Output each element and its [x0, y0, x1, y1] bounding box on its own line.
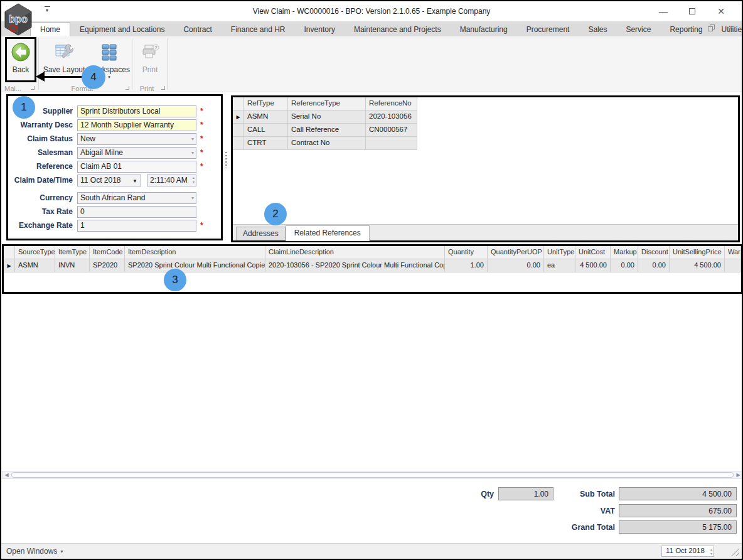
claim-time-spinner[interactable]: 2:11:40 AM▴▾ — [147, 175, 196, 186]
vat-value: 675.00 — [619, 504, 737, 517]
vat-label: VAT — [541, 507, 615, 515]
required-marker: * — [200, 162, 206, 171]
tab-maintenance-and-projects[interactable]: Maintenance and Projects — [345, 23, 451, 36]
maximize-button[interactable] — [678, 4, 707, 19]
reference-row[interactable]: CALL Call Reference CN0000567 — [233, 124, 738, 137]
tab-procurement[interactable]: Procurement — [517, 23, 579, 36]
tab-related-references[interactable]: Related References — [286, 225, 370, 241]
claim-lines-grid: SourceType ItemType ItemCode ItemDescrip… — [2, 244, 743, 294]
ribbon-restore-icon[interactable] — [708, 24, 715, 31]
window-title: View Claim - WC0000016 - BPO: Version 2.… — [127, 7, 616, 16]
column-header[interactable]: QuantityPerUOP — [488, 246, 544, 259]
required-marker: * — [200, 134, 206, 143]
claim-status-label: Claim Status — [8, 134, 77, 143]
column-header[interactable]: UnitType — [544, 246, 575, 259]
annotation-arrow-head — [36, 72, 45, 82]
column-header[interactable]: UnitCost — [575, 246, 611, 259]
reference-row[interactable]: CTRT Contract No — [233, 137, 738, 150]
tab-home[interactable]: Home — [30, 22, 70, 36]
app-window: View Claim - WC0000016 - BPO: Version 2.… — [0, 0, 743, 560]
exchange-rate-label: Exchange Rate — [8, 221, 77, 230]
column-header[interactable]: Markup — [611, 246, 638, 259]
print-icon: ? — [134, 38, 166, 63]
horizontal-scrollbar[interactable]: ◀ ▶ — [2, 471, 743, 479]
ribbon-toolbar: Back Save Layout — [1, 36, 742, 92]
warranty-desc-field[interactable]: 12 Month Supplier Warranty — [77, 119, 196, 131]
claim-status-dropdown[interactable]: New▾ — [77, 133, 196, 145]
currency-dropdown[interactable]: South African Rand▾ — [77, 192, 196, 204]
column-header[interactable]: Discount — [638, 246, 670, 259]
salesman-dropdown[interactable]: Abigail Milne▾ — [77, 147, 196, 159]
status-bar: Open Windows▾ 11 Oct 2018 ▴▾ — [1, 543, 742, 559]
close-button[interactable]: ✕ — [707, 4, 735, 19]
tab-sales[interactable]: Sales — [579, 23, 616, 36]
annotation-arrow — [44, 76, 83, 78]
references-tab-strip: Addresses Related References — [233, 224, 738, 240]
required-marker: * — [200, 107, 206, 116]
tax-rate-label: Tax Rate — [8, 207, 77, 216]
row-indicator-icon: ▶ — [236, 114, 240, 120]
claim-date-picker[interactable]: 11 Oct 2018▼ — [77, 175, 141, 186]
grand-total-value: 5 175.00 — [619, 520, 737, 534]
callout-4: 4 — [82, 65, 105, 89]
bpo-logo-icon[interactable]: bpo — [4, 3, 33, 36]
column-header[interactable]: ClaimLineDescription — [265, 246, 445, 259]
tab-finance-and-hr[interactable]: Finance and HR — [222, 23, 295, 36]
column-header[interactable]: ItemCode — [90, 246, 125, 259]
tab-addresses[interactable]: Addresses — [236, 227, 286, 240]
required-marker: * — [200, 121, 206, 129]
tab-inventory[interactable]: Inventory — [295, 23, 345, 36]
callout-1: 1 — [13, 96, 35, 119]
chevron-down-icon: ▾ — [191, 150, 194, 156]
required-marker: * — [200, 221, 206, 230]
scroll-left-icon[interactable]: ◀ — [3, 471, 11, 478]
claim-header-form: Supplier Sprint Distributors Local * War… — [6, 94, 223, 240]
column-header[interactable]: SourceType — [15, 246, 55, 259]
column-header[interactable]: Ware — [725, 246, 741, 259]
salesman-label: Salesman — [8, 148, 77, 157]
tab-service[interactable]: Service — [616, 23, 660, 36]
column-header[interactable]: ReferenceType — [288, 97, 366, 110]
tab-equipment-and-locations[interactable]: Equipment and Locations — [70, 23, 174, 36]
column-header[interactable]: RefType — [244, 97, 288, 110]
open-windows-menu[interactable]: Open Windows▾ — [6, 547, 63, 556]
column-header[interactable]: ItemType — [55, 246, 90, 259]
quick-access-caret-icon[interactable]: ▾ — [43, 6, 51, 13]
reference-row[interactable]: ▶ ASMN Serial No 2020-103056 — [233, 110, 738, 124]
resize-grip[interactable] — [731, 548, 739, 556]
group-launcher-icon[interactable] — [31, 86, 35, 90]
exchange-rate-field[interactable]: 1 — [77, 220, 196, 232]
column-header[interactable]: UnitSellingPrice — [670, 246, 725, 259]
reference-field[interactable]: Claim AB 01 — [77, 161, 196, 173]
grand-total-label: Grand Total — [541, 523, 615, 532]
tab-contract[interactable]: Contract — [174, 23, 221, 36]
ribbon-close-icon[interactable]: ✕ — [729, 24, 734, 31]
statusbar-date-spinner[interactable]: 11 Oct 2018 ▴▾ — [661, 546, 714, 557]
minimize-button[interactable]: — — [649, 4, 678, 19]
save-layout-button[interactable]: Save Layout — [41, 38, 87, 74]
spinner-icons: ▴▾ — [193, 176, 195, 185]
ribbon-minimize-icon[interactable]: – — [690, 24, 694, 31]
chevron-down-icon: ▾ — [191, 195, 194, 201]
related-references-panel: RefType ReferenceType ReferenceNo ▶ ASMN… — [231, 95, 740, 242]
scroll-right-icon[interactable]: ▶ — [734, 471, 742, 478]
column-header[interactable]: ItemDescription — [125, 246, 265, 259]
claim-line-row[interactable]: ▶ ASMN INVN SP2020 SP2020 Sprint Colour … — [4, 259, 741, 272]
tab-manufacturing[interactable]: Manufacturing — [451, 23, 517, 36]
svg-text:bpo: bpo — [9, 14, 28, 24]
column-header[interactable]: Quantity — [445, 246, 488, 259]
callout-3: 3 — [164, 269, 186, 291]
column-header[interactable]: ReferenceNo — [366, 97, 417, 110]
tax-rate-field[interactable]: 0 — [77, 206, 196, 218]
panel-splitter[interactable] — [225, 152, 227, 168]
qty-label: Qty — [447, 490, 494, 498]
reference-label: Reference — [8, 162, 77, 171]
group-launcher-icon[interactable] — [126, 86, 129, 90]
group-launcher-icon[interactable] — [161, 86, 165, 90]
print-button[interactable]: ? Print — [134, 38, 166, 74]
supplier-field[interactable]: Sprint Distributors Local — [77, 105, 196, 117]
scrollbar-thumb[interactable] — [11, 472, 734, 478]
required-marker: * — [200, 148, 206, 157]
svg-text:?: ? — [154, 45, 158, 50]
callout-2: 2 — [264, 203, 287, 225]
